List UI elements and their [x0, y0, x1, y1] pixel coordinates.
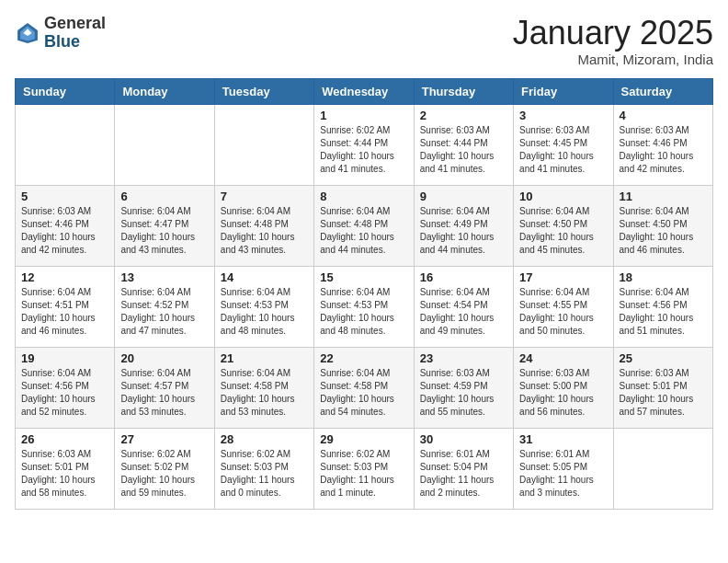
day-number: 1	[320, 109, 407, 122]
column-header-saturday: Saturday	[613, 78, 712, 104]
calendar-cell	[214, 104, 313, 185]
day-number: 17	[519, 270, 607, 284]
day-info: Sunrise: 6:04 AM Sunset: 4:57 PM Dayligh…	[120, 367, 208, 419]
column-header-tuesday: Tuesday	[214, 78, 313, 104]
calendar-cell: 29Sunrise: 6:02 AM Sunset: 5:03 PM Dayli…	[314, 428, 414, 509]
day-info: Sunrise: 6:02 AM Sunset: 5:03 PM Dayligh…	[221, 448, 308, 500]
title-block: January 2025 Mamit, Mizoram, India	[513, 15, 713, 67]
calendar-cell: 9Sunrise: 6:04 AM Sunset: 4:49 PM Daylig…	[414, 185, 513, 266]
calendar-cell	[115, 104, 214, 185]
calendar-cell	[613, 428, 712, 509]
calendar-table: SundayMondayTuesdayWednesdayThursdayFrid…	[15, 78, 713, 510]
column-header-thursday: Thursday	[414, 78, 513, 104]
calendar-cell: 4Sunrise: 6:03 AM Sunset: 4:46 PM Daylig…	[613, 104, 712, 185]
day-number: 31	[519, 432, 607, 446]
day-info: Sunrise: 6:03 AM Sunset: 4:46 PM Dayligh…	[620, 124, 707, 176]
calendar-cell: 23Sunrise: 6:03 AM Sunset: 4:59 PM Dayli…	[414, 347, 513, 428]
calendar-cell: 11Sunrise: 6:04 AM Sunset: 4:50 PM Dayli…	[613, 185, 712, 266]
location-subtitle: Mamit, Mizoram, India	[513, 52, 713, 67]
calendar-week-row: 1Sunrise: 6:02 AM Sunset: 4:44 PM Daylig…	[16, 104, 713, 185]
calendar-cell: 7Sunrise: 6:04 AM Sunset: 4:48 PM Daylig…	[214, 185, 313, 266]
day-info: Sunrise: 6:04 AM Sunset: 4:49 PM Dayligh…	[420, 205, 507, 257]
calendar-cell: 6Sunrise: 6:04 AM Sunset: 4:47 PM Daylig…	[115, 185, 214, 266]
calendar-cell: 2Sunrise: 6:03 AM Sunset: 4:44 PM Daylig…	[414, 104, 513, 185]
day-info: Sunrise: 6:04 AM Sunset: 4:56 PM Dayligh…	[620, 286, 707, 338]
calendar-cell: 21Sunrise: 6:04 AM Sunset: 4:58 PM Dayli…	[214, 347, 313, 428]
day-info: Sunrise: 6:04 AM Sunset: 4:48 PM Dayligh…	[320, 205, 407, 257]
calendar-cell: 25Sunrise: 6:03 AM Sunset: 5:01 PM Dayli…	[613, 347, 712, 428]
calendar-week-row: 19Sunrise: 6:04 AM Sunset: 4:56 PM Dayli…	[16, 347, 713, 428]
month-title: January 2025	[513, 15, 713, 52]
day-number: 10	[519, 190, 607, 203]
day-number: 18	[620, 270, 707, 284]
calendar-cell: 26Sunrise: 6:03 AM Sunset: 5:01 PM Dayli…	[16, 428, 115, 509]
day-info: Sunrise: 6:03 AM Sunset: 4:46 PM Dayligh…	[21, 205, 108, 257]
day-info: Sunrise: 6:02 AM Sunset: 5:03 PM Dayligh…	[320, 448, 407, 500]
day-info: Sunrise: 6:04 AM Sunset: 4:58 PM Dayligh…	[221, 367, 308, 419]
day-info: Sunrise: 6:04 AM Sunset: 4:55 PM Dayligh…	[519, 286, 607, 338]
day-number: 30	[420, 432, 507, 446]
day-number: 4	[620, 109, 707, 122]
day-info: Sunrise: 6:03 AM Sunset: 4:45 PM Dayligh…	[519, 124, 607, 176]
calendar-week-row: 26Sunrise: 6:03 AM Sunset: 5:01 PM Dayli…	[16, 428, 713, 509]
logo: General Blue	[15, 15, 106, 52]
page-header: General Blue January 2025 Mamit, Mizoram…	[15, 15, 713, 67]
calendar-header-row: SundayMondayTuesdayWednesdayThursdayFrid…	[16, 78, 713, 104]
day-info: Sunrise: 6:01 AM Sunset: 5:04 PM Dayligh…	[420, 448, 507, 500]
calendar-cell: 14Sunrise: 6:04 AM Sunset: 4:53 PM Dayli…	[214, 266, 313, 347]
calendar-cell: 12Sunrise: 6:04 AM Sunset: 4:51 PM Dayli…	[16, 266, 115, 347]
calendar-cell: 13Sunrise: 6:04 AM Sunset: 4:52 PM Dayli…	[115, 266, 214, 347]
day-number: 16	[420, 270, 507, 284]
calendar-cell: 28Sunrise: 6:02 AM Sunset: 5:03 PM Dayli…	[214, 428, 313, 509]
day-info: Sunrise: 6:03 AM Sunset: 4:59 PM Dayligh…	[420, 367, 507, 419]
day-number: 28	[221, 432, 308, 446]
calendar-cell: 1Sunrise: 6:02 AM Sunset: 4:44 PM Daylig…	[314, 104, 414, 185]
logo-icon	[15, 20, 40, 46]
day-info: Sunrise: 6:04 AM Sunset: 4:54 PM Dayligh…	[420, 286, 507, 338]
day-info: Sunrise: 6:02 AM Sunset: 5:02 PM Dayligh…	[120, 448, 208, 500]
calendar-cell: 17Sunrise: 6:04 AM Sunset: 4:55 PM Dayli…	[514, 266, 613, 347]
day-info: Sunrise: 6:04 AM Sunset: 4:48 PM Dayligh…	[221, 205, 308, 257]
day-number: 13	[120, 270, 208, 284]
column-header-monday: Monday	[115, 78, 214, 104]
day-info: Sunrise: 6:04 AM Sunset: 4:53 PM Dayligh…	[221, 286, 308, 338]
day-number: 21	[221, 351, 308, 365]
day-info: Sunrise: 6:04 AM Sunset: 4:47 PM Dayligh…	[120, 205, 208, 257]
day-info: Sunrise: 6:02 AM Sunset: 4:44 PM Dayligh…	[320, 124, 407, 176]
calendar-cell: 3Sunrise: 6:03 AM Sunset: 4:45 PM Daylig…	[514, 104, 613, 185]
column-header-wednesday: Wednesday	[314, 78, 414, 104]
day-number: 24	[519, 351, 607, 365]
day-number: 27	[120, 432, 208, 446]
day-number: 12	[21, 270, 108, 284]
day-info: Sunrise: 6:04 AM Sunset: 4:50 PM Dayligh…	[519, 205, 607, 257]
calendar-cell: 31Sunrise: 6:01 AM Sunset: 5:05 PM Dayli…	[514, 428, 613, 509]
calendar-cell: 30Sunrise: 6:01 AM Sunset: 5:04 PM Dayli…	[414, 428, 513, 509]
day-number: 23	[420, 351, 507, 365]
calendar-cell: 10Sunrise: 6:04 AM Sunset: 4:50 PM Dayli…	[514, 185, 613, 266]
day-number: 26	[21, 432, 108, 446]
day-number: 25	[620, 351, 707, 365]
day-number: 3	[519, 109, 607, 122]
day-info: Sunrise: 6:04 AM Sunset: 4:52 PM Dayligh…	[120, 286, 208, 338]
day-number: 8	[320, 190, 407, 203]
calendar-cell: 24Sunrise: 6:03 AM Sunset: 5:00 PM Dayli…	[514, 347, 613, 428]
calendar-cell: 18Sunrise: 6:04 AM Sunset: 4:56 PM Dayli…	[613, 266, 712, 347]
calendar-week-row: 12Sunrise: 6:04 AM Sunset: 4:51 PM Dayli…	[16, 266, 713, 347]
day-info: Sunrise: 6:01 AM Sunset: 5:05 PM Dayligh…	[519, 448, 607, 500]
calendar-cell: 5Sunrise: 6:03 AM Sunset: 4:46 PM Daylig…	[16, 185, 115, 266]
day-number: 20	[120, 351, 208, 365]
calendar-cell: 19Sunrise: 6:04 AM Sunset: 4:56 PM Dayli…	[16, 347, 115, 428]
day-info: Sunrise: 6:04 AM Sunset: 4:58 PM Dayligh…	[320, 367, 407, 419]
calendar-cell: 27Sunrise: 6:02 AM Sunset: 5:02 PM Dayli…	[115, 428, 214, 509]
day-number: 19	[21, 351, 108, 365]
logo-text: General Blue	[44, 15, 106, 52]
day-info: Sunrise: 6:04 AM Sunset: 4:50 PM Dayligh…	[620, 205, 707, 257]
day-info: Sunrise: 6:03 AM Sunset: 5:01 PM Dayligh…	[620, 367, 707, 419]
day-number: 22	[320, 351, 407, 365]
calendar-week-row: 5Sunrise: 6:03 AM Sunset: 4:46 PM Daylig…	[16, 185, 713, 266]
calendar-cell: 15Sunrise: 6:04 AM Sunset: 4:53 PM Dayli…	[314, 266, 414, 347]
day-number: 5	[21, 190, 108, 203]
calendar-cell: 16Sunrise: 6:04 AM Sunset: 4:54 PM Dayli…	[414, 266, 513, 347]
day-info: Sunrise: 6:03 AM Sunset: 5:00 PM Dayligh…	[519, 367, 607, 419]
day-info: Sunrise: 6:04 AM Sunset: 4:56 PM Dayligh…	[21, 367, 108, 419]
